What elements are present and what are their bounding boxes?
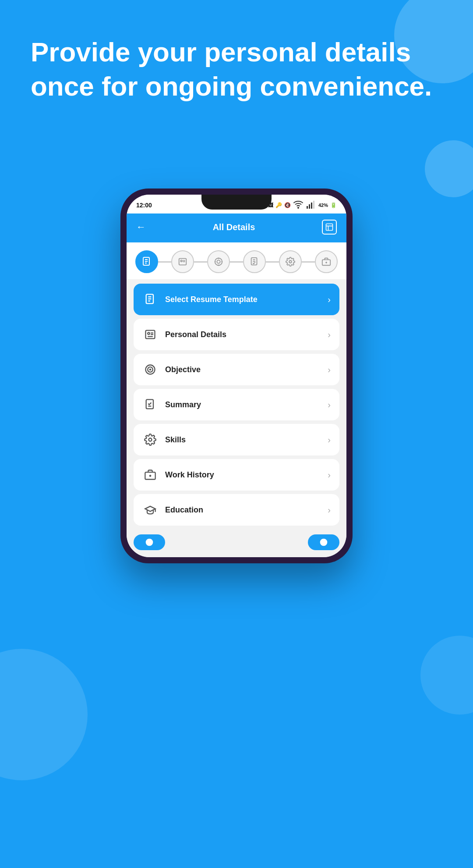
phone-outer-frame: 12:00 🖼 🔑 🔇 <box>120 189 353 563</box>
svg-point-17 <box>217 260 220 263</box>
menu-label-objective: Objective <box>165 365 201 374</box>
status-time: 12:00 <box>136 202 152 209</box>
chevron-select-template: › <box>328 295 331 305</box>
bg-decoration-2 <box>425 140 473 197</box>
svg-point-40 <box>150 369 151 370</box>
svg-rect-5 <box>326 224 332 231</box>
gear-icon <box>142 432 158 448</box>
svg-point-43 <box>149 438 152 441</box>
app-header: ← All Details <box>127 213 346 242</box>
briefcase-icon <box>142 467 158 483</box>
menu-item-left: Skills <box>142 432 186 448</box>
doc-template-icon <box>142 292 158 307</box>
svg-point-47 <box>146 539 153 546</box>
menu-item-work-history[interactable]: Work History › <box>134 459 339 491</box>
status-bar: 12:00 🖼 🔑 🔇 <box>127 195 346 213</box>
svg-rect-4 <box>313 201 314 209</box>
bg-decoration-4 <box>420 636 473 715</box>
chevron-work-history: › <box>328 470 331 480</box>
bg-decoration-3 <box>0 649 88 780</box>
chevron-personal-details: › <box>328 330 331 340</box>
step-2-circle[interactable] <box>171 250 194 273</box>
svg-rect-33 <box>146 331 155 339</box>
svg-point-48 <box>320 539 328 546</box>
chevron-education: › <box>328 505 331 515</box>
svg-point-0 <box>298 207 299 208</box>
menu-label-education: Education <box>165 505 203 515</box>
svg-rect-2 <box>309 204 310 209</box>
chevron-summary: › <box>328 400 331 410</box>
connector-5 <box>302 261 315 263</box>
key-icon: 🔑 <box>275 202 282 208</box>
step-4-circle[interactable] <box>243 250 266 273</box>
mute-icon: 🔇 <box>284 202 291 208</box>
step-1-circle[interactable] <box>135 250 158 273</box>
menu-item-left: Work History <box>142 467 214 483</box>
menu-item-select-template[interactable]: Select Resume Template › <box>134 284 339 315</box>
id-card-icon <box>142 327 158 342</box>
menu-item-education[interactable]: Education › <box>134 494 339 526</box>
education-icon <box>142 502 158 518</box>
battery-icon: 🔋 <box>330 202 337 208</box>
fab-right[interactable] <box>308 534 339 550</box>
svg-rect-1 <box>307 206 308 209</box>
target-icon <box>142 362 158 377</box>
headline-text: Provide your personal details once for o… <box>31 35 442 103</box>
preview-button[interactable] <box>322 220 337 235</box>
phone-screen: 12:00 🖼 🔑 🔇 <box>127 195 346 557</box>
svg-point-34 <box>148 332 150 334</box>
menu-label-skills: Skills <box>165 435 186 445</box>
chevron-objective: › <box>328 365 331 375</box>
menu-item-left: Select Resume Template <box>142 292 258 307</box>
menu-item-left: Objective <box>142 362 201 377</box>
status-icons: 🖼 🔑 🔇 <box>268 199 337 211</box>
menu-item-objective[interactable]: Objective › <box>134 354 339 385</box>
notch <box>201 195 272 210</box>
fab-left[interactable] <box>134 534 165 550</box>
menu-label-personal-details: Personal Details <box>165 330 226 339</box>
wifi-icon <box>293 199 304 211</box>
menu-label-summary: Summary <box>165 400 201 409</box>
step-5-circle[interactable] <box>279 250 302 273</box>
bottom-fabs <box>127 534 346 557</box>
menu-label-select-template: Select Resume Template <box>165 295 258 304</box>
menu-item-summary[interactable]: Summary › <box>134 389 339 420</box>
chevron-skills: › <box>328 435 331 445</box>
svg-point-16 <box>215 258 222 266</box>
back-button[interactable]: ← <box>136 221 146 233</box>
header-title: All Details <box>213 222 255 232</box>
menu-label-work-history: Work History <box>165 470 214 480</box>
connector-4 <box>266 261 279 263</box>
svg-point-25 <box>289 260 292 263</box>
connector-3 <box>230 261 243 263</box>
menu-item-left: Personal Details <box>142 327 226 342</box>
svg-point-13 <box>180 260 182 262</box>
menu-item-left: Education <box>142 502 203 518</box>
step-6-circle[interactable] <box>315 250 338 273</box>
step-3-circle[interactable] <box>207 250 230 273</box>
battery-percent: 42% <box>318 203 328 208</box>
menu-item-left: Summary <box>142 397 201 413</box>
phone-mockup: 12:00 🖼 🔑 🔇 <box>120 189 353 563</box>
signal-icon <box>306 199 316 211</box>
svg-rect-3 <box>311 203 312 209</box>
steps-bar <box>127 242 346 279</box>
menu-item-personal-details[interactable]: Personal Details › <box>134 319 339 350</box>
menu-item-skills[interactable]: Skills › <box>134 424 339 455</box>
connector-1 <box>158 261 171 263</box>
connector-2 <box>194 261 207 263</box>
svg-rect-12 <box>179 259 187 265</box>
menu-area: Select Resume Template › <box>127 279 346 534</box>
summary-icon <box>142 397 158 413</box>
